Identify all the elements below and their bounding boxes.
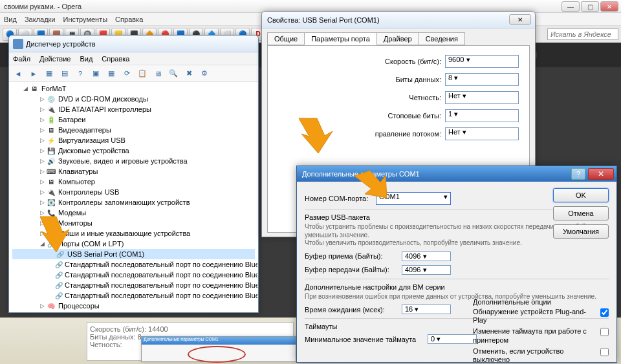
help-icon[interactable]: ? — [571, 168, 585, 180]
tab-general[interactable]: Общие — [267, 32, 305, 45]
toolbar-icon[interactable]: ▦ — [105, 67, 118, 80]
back-icon[interactable]: ◄ — [12, 67, 25, 80]
devmgr-toolbar: ◄ ► ▦ ▤ ? ▣ ▦ ⟳ 📋 🖥 🔍 ✖ ⚙ — [9, 65, 258, 82]
tree-node[interactable]: ▷ᛒРадиомодули Bluetooth — [12, 311, 255, 312]
defaults-button[interactable]: Умолчания — [553, 224, 609, 239]
toolbar-icon[interactable]: ⟳ — [120, 67, 133, 80]
wait-select[interactable]: 16 ▾ — [402, 305, 451, 314]
tree-node[interactable]: ▷⌨Клавиатуры — [12, 166, 255, 177]
opt-checkbox[interactable] — [600, 348, 609, 356]
additional-options: Дополнительные опции Обнаружение устройс… — [473, 298, 609, 364]
tree-node[interactable]: ▷💽Контроллеры запоминающих устройств — [12, 197, 255, 208]
opt-checkbox[interactable] — [600, 328, 609, 336]
tab-details[interactable]: Сведения — [419, 32, 465, 45]
tab-port-settings[interactable]: Параметры порта — [304, 32, 377, 45]
toolbar-icon[interactable]: ▦ — [43, 67, 56, 80]
tree-node[interactable]: ▷🖥Компьютер — [12, 177, 255, 187]
toolbar-icon[interactable]: ▤ — [58, 67, 71, 80]
props-tabs: Общие Параметры порта Драйвер Сведения — [267, 32, 530, 45]
tree-node[interactable]: ▷🔋Батареи — [12, 114, 255, 125]
tree-node-usb-serial[interactable]: 🔗USB Serial Port (COM1) — [12, 249, 255, 259]
opera-title: своими руками. - Opera — [4, 3, 82, 10]
toolbar-icon[interactable]: ? — [74, 67, 87, 80]
tab-driver[interactable]: Драйвер — [376, 32, 419, 45]
stopbits-label: Стоповые биты: — [388, 112, 441, 120]
menu-help[interactable]: Справка — [102, 55, 129, 63]
usb-note: Чтобы увеличить производительность, попр… — [305, 239, 609, 248]
tree-node[interactable]: ▷⚡Виртуализация USB — [12, 135, 255, 145]
rx-label: Буфер приема (Байты): — [305, 252, 402, 260]
ok-button[interactable]: OK — [553, 188, 609, 202]
devmgr-title: Диспетчер устройств — [26, 40, 96, 48]
menu-help[interactable]: Справка — [115, 16, 143, 23]
opt-label: Обнаружение устройств Plug-and-Play — [473, 308, 598, 325]
tree-node[interactable]: ▷🔌IDE ATA/ATAPI контроллеры — [12, 104, 255, 114]
menu-file[interactable]: Файл — [13, 55, 30, 63]
toolbar-icon[interactable]: 🔍 — [167, 67, 180, 80]
close-button[interactable]: ✕ — [600, 1, 618, 12]
rx-select[interactable]: 4096 ▾ — [402, 252, 451, 261]
search-input[interactable] — [547, 28, 618, 40]
menu-action[interactable]: Действие — [39, 55, 71, 63]
tree-node[interactable]: ▷📞Модемы — [12, 208, 255, 218]
close-icon[interactable]: ✕ — [588, 168, 614, 180]
tree-node[interactable]: ▷🧠Процессоры — [12, 301, 255, 311]
red-annotation — [188, 346, 246, 363]
databits-label: Биты данных: — [395, 76, 441, 83]
device-tree[interactable]: ◢🖥ForMaT ▷💿DVD и CD-ROM дисководы ▷🔌IDE … — [10, 82, 257, 312]
devmgr-menubar: Файл Действие Вид Справка — [9, 52, 258, 65]
tree-root[interactable]: ◢🖥ForMaT — [12, 83, 255, 94]
tree-node-ports[interactable]: ◢🔗Порты (COM и LPT) — [12, 239, 255, 249]
tree-node[interactable]: ▷💾Дисковые устройства — [12, 145, 255, 156]
com-port-label: Номер COM-порта: — [305, 195, 376, 202]
parity-select[interactable]: Нет ▾ — [445, 91, 519, 104]
toolbar-icon[interactable]: ▣ — [89, 67, 102, 80]
tree-node[interactable]: ▷💿DVD и CD-ROM дисководы — [12, 94, 255, 104]
toolbar-icon[interactable]: ✖ — [182, 67, 195, 80]
menu-view[interactable]: Вид — [80, 55, 93, 63]
cancel-button[interactable]: Отмена — [553, 206, 609, 220]
min-timeout-label: Минимальное значение таймаута — [305, 336, 428, 343]
stopbits-select[interactable]: 1 ▾ — [445, 109, 519, 122]
device-manager-window: Диспетчер устройств Файл Действие Вид Сп… — [8, 35, 259, 313]
opts-group-label: Дополнительные опции — [473, 298, 609, 306]
parity-label: Четность: — [409, 94, 441, 102]
tx-select[interactable]: 4096 ▾ — [402, 265, 451, 275]
menu-view[interactable]: Вид — [4, 16, 17, 23]
min-timeout-select[interactable]: 0 ▾ — [428, 334, 477, 344]
speed-select[interactable]: 9600 ▾ — [445, 55, 519, 68]
tree-node[interactable]: ▷🖥Мониторы — [12, 218, 255, 228]
mini-title: Дополнительные параметры COM1 — [142, 337, 296, 345]
maximize-button[interactable]: ▢ — [581, 1, 599, 12]
tree-node[interactable]: 🔗Стандартный последовательный порт по со… — [12, 259, 255, 270]
tree-node[interactable]: 🔗Стандартный последовательный порт по со… — [12, 280, 255, 290]
toolbar-icon[interactable]: 🖥 — [151, 67, 164, 80]
flow-select[interactable]: Нет ▾ — [445, 127, 519, 140]
tx-label: Буфер передачи (Байты): — [305, 266, 402, 273]
toolbar-icon[interactable]: ⚙ — [198, 67, 211, 80]
close-icon[interactable]: ✕ — [509, 14, 531, 25]
opt-checkbox[interactable] — [600, 308, 609, 317]
props-title: Свойства: USB Serial Port (COM1) — [267, 16, 380, 24]
toolbar-icon[interactable]: 📋 — [136, 67, 149, 80]
adv-titlebar[interactable]: Дополнительные параметры COM1 ? ✕ — [297, 166, 616, 182]
forward-icon[interactable]: ► — [27, 67, 40, 80]
tree-node[interactable]: ▷🔊Звуковые, видео и игровые устройства — [12, 156, 255, 166]
devmgr-titlebar[interactable]: Диспетчер устройств — [9, 36, 258, 52]
opt-label: Изменение таймаута при работе с принтеро… — [473, 327, 598, 344]
tree-node[interactable]: ▷🔌Контроллеры USB — [12, 187, 255, 197]
props-titlebar[interactable]: Свойства: USB Serial Port (COM1) ✕ — [262, 12, 535, 28]
bm-group-label: Дополнительные настройки для BM серии — [305, 283, 609, 291]
advanced-com-dialog: Дополнительные параметры COM1 ? ✕ Номер … — [296, 166, 617, 363]
flow-label: правление потоком: — [375, 130, 441, 138]
tree-node[interactable]: 🔗Стандартный последовательный порт по со… — [12, 270, 255, 280]
opt-label: Отменить, если устройство выключено — [473, 347, 598, 364]
tree-node[interactable]: ▷🖥Видеоадаптеры — [12, 125, 255, 135]
tree-node[interactable]: 🔗Стандартный последовательный порт по со… — [12, 290, 255, 301]
menu-tools[interactable]: Инструменты — [63, 16, 108, 23]
databits-select[interactable]: 8 ▾ — [445, 73, 519, 86]
com-port-select[interactable]: COM1 ▾ — [376, 192, 451, 205]
menu-bookmarks[interactable]: Закладки — [25, 16, 56, 23]
minimize-button[interactable]: — — [561, 1, 580, 12]
tree-node[interactable]: ▷🖱Мыши и иные указывающие устройства — [12, 228, 255, 239]
